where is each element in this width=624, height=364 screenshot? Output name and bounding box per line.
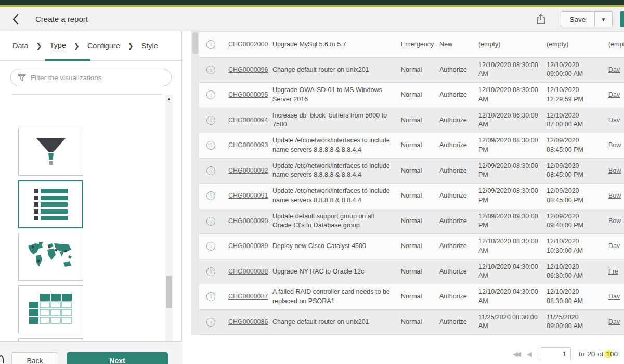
info-icon[interactable]: i bbox=[206, 318, 215, 327]
back-chevron-icon[interactable] bbox=[11, 13, 25, 25]
assigned-to-link[interactable]: Bow bbox=[608, 217, 621, 225]
scroll-up-icon[interactable]: ▲ bbox=[165, 96, 173, 103]
filter-visualizations-input[interactable] bbox=[31, 74, 171, 82]
row-info-cell: i bbox=[199, 292, 228, 302]
save-dropdown-button[interactable]: ▼ bbox=[595, 11, 613, 27]
assigned-to-cell: Bow bbox=[608, 217, 624, 226]
table-row: i CHG0000091 Update /etc/network/interfa… bbox=[199, 184, 624, 209]
info-icon[interactable]: i bbox=[206, 40, 215, 49]
info-icon[interactable]: i bbox=[206, 66, 215, 74]
info-icon[interactable]: i bbox=[206, 242, 215, 251]
change-number-link[interactable]: CHG0000092 bbox=[228, 167, 268, 174]
change-number-link[interactable]: CHG0000094 bbox=[228, 116, 268, 124]
info-icon[interactable]: i bbox=[206, 267, 215, 276]
row-info-cell: i bbox=[199, 66, 228, 75]
start-date-cell: 12/10/2020 08:30:00 AM bbox=[478, 61, 547, 79]
table-row: i CHG0000088 Upgrade NY RAC to Oracle 12… bbox=[199, 259, 624, 285]
change-number-link[interactable]: CHG0000086 bbox=[228, 318, 268, 326]
save-button[interactable]: Save bbox=[561, 11, 595, 27]
change-number-link[interactable]: CHG0000091 bbox=[228, 192, 268, 199]
pagination-to-label: to bbox=[579, 350, 584, 358]
change-number-link[interactable]: CHG0000087 bbox=[228, 293, 268, 300]
info-icon[interactable]: i bbox=[206, 141, 215, 150]
change-request-table: i CHG0002000 Upgrade MySql 5.6 to 5.7 Em… bbox=[199, 31, 624, 335]
change-number-link[interactable]: CHG0000088 bbox=[228, 268, 268, 275]
chevron-right-icon: ❯ bbox=[36, 42, 42, 50]
first-page-icon[interactable]: ◀◀ bbox=[513, 350, 519, 358]
back-button[interactable]: Back bbox=[11, 352, 58, 364]
state-cell: Authorize bbox=[439, 242, 478, 251]
breadcrumb-step-data[interactable]: Data bbox=[12, 42, 29, 50]
assigned-to-link[interactable]: Bow bbox=[608, 192, 621, 199]
viz-type-heatmap[interactable] bbox=[18, 285, 83, 333]
row-info-cell: i bbox=[199, 217, 228, 226]
table-scrollbar-thumb[interactable] bbox=[192, 32, 198, 54]
assigned-to-link[interactable]: Dav bbox=[608, 116, 620, 124]
state-cell: Authorize bbox=[439, 66, 478, 75]
info-icon[interactable]: i bbox=[206, 90, 215, 99]
breadcrumb-step-type[interactable]: Type bbox=[50, 41, 66, 50]
browser-top-strip bbox=[0, 0, 624, 5]
breadcrumb-step-configure[interactable]: Configure bbox=[87, 42, 120, 50]
priority-cell: Normal bbox=[401, 90, 439, 100]
state-cell: Authorize bbox=[439, 292, 478, 302]
info-icon[interactable]: i bbox=[206, 292, 215, 301]
table-row: i CHG0000089 Deploy new Cisco Catalyst 4… bbox=[199, 234, 624, 259]
short-description-cell: A failed RAID controller card needs to b… bbox=[272, 288, 401, 306]
priority-cell: Normal bbox=[401, 191, 439, 201]
change-number-link[interactable]: CHG0002000 bbox=[228, 41, 268, 48]
assigned-to-link[interactable]: Dav bbox=[608, 293, 620, 300]
table-scrollbar[interactable] bbox=[191, 31, 199, 335]
assigned-to-link[interactable]: Fre bbox=[608, 268, 618, 275]
page-number-input[interactable] bbox=[540, 347, 571, 360]
change-number-cell: CHG0000092 bbox=[228, 166, 272, 176]
info-icon[interactable]: i bbox=[206, 191, 215, 200]
export-icon bbox=[536, 13, 546, 25]
wizard-breadcrumb: Data❯Type❯Configure❯Style bbox=[0, 31, 181, 61]
assigned-to-link[interactable]: Bow bbox=[608, 167, 621, 174]
viz-type-funnel[interactable] bbox=[18, 128, 83, 176]
clipped-edge-button[interactable] bbox=[620, 11, 624, 27]
wizard-footer: Back Next bbox=[0, 341, 182, 364]
assigned-to-link[interactable]: Dav bbox=[608, 66, 620, 73]
change-number-cell: CHG0000096 bbox=[228, 66, 272, 75]
info-icon[interactable]: i bbox=[206, 116, 215, 125]
change-number-link[interactable]: CHG0000095 bbox=[228, 91, 268, 98]
row-info-cell: i bbox=[199, 191, 228, 201]
info-icon[interactable]: i bbox=[206, 217, 215, 226]
sidebar-scrollbar[interactable]: ▲ ▼ bbox=[165, 95, 173, 364]
assigned-to-link[interactable]: Dav bbox=[608, 318, 620, 326]
assigned-to-link[interactable]: Dav bbox=[608, 242, 620, 250]
share-icon[interactable] bbox=[535, 13, 547, 27]
info-icon[interactable]: i bbox=[206, 166, 215, 175]
viz-type-map[interactable] bbox=[18, 233, 83, 281]
short-description-cell: Upgrade NY RAC to Oracle 12c bbox=[272, 267, 401, 277]
previous-page-icon[interactable]: ◀ bbox=[527, 350, 532, 358]
sidebar-scrollbar-thumb[interactable] bbox=[166, 276, 172, 308]
change-number-cell: CHG0000088 bbox=[228, 267, 272, 277]
change-number-link[interactable]: CHG0000096 bbox=[228, 66, 268, 73]
visualization-filter bbox=[10, 69, 172, 86]
viz-type-list[interactable] bbox=[18, 180, 83, 228]
chevron-right-icon: ❯ bbox=[74, 42, 80, 50]
table-row: i CHG0000093 Update /etc/network/interfa… bbox=[199, 133, 624, 159]
state-cell: Authorize bbox=[439, 90, 478, 100]
cut-off-glyph bbox=[0, 355, 4, 363]
assigned-to-link[interactable]: Dav bbox=[608, 91, 620, 98]
start-date-cell: 12/10/2020 08:30:00 AM bbox=[478, 237, 547, 255]
change-number-link[interactable]: CHG0000093 bbox=[228, 141, 268, 149]
change-number-link[interactable]: CHG0000089 bbox=[228, 242, 268, 250]
assigned-to-link[interactable]: Bow bbox=[608, 141, 621, 149]
row-info-cell: i bbox=[199, 267, 228, 277]
assigned-to-cell: Dav bbox=[608, 66, 624, 75]
short-description-cell: Update /etc/network/interfaces to includ… bbox=[272, 162, 401, 180]
breadcrumb-step-style[interactable]: Style bbox=[141, 42, 158, 50]
row-info-cell: i bbox=[199, 166, 228, 176]
start-date-cell: 12/09/2020 09:30:00 PM bbox=[478, 212, 547, 230]
table-row: i CHG0000087 A failed RAID controller ca… bbox=[199, 284, 624, 310]
end-date-cell: 12/10/2020 07:00:00 AM bbox=[547, 111, 608, 129]
next-button[interactable]: Next bbox=[67, 352, 168, 364]
change-number-cell: CHG0000094 bbox=[228, 116, 272, 125]
start-date-cell: 12/10/2020 08:30:00 AM bbox=[478, 86, 547, 104]
change-number-link[interactable]: CHG0000090 bbox=[228, 217, 268, 225]
